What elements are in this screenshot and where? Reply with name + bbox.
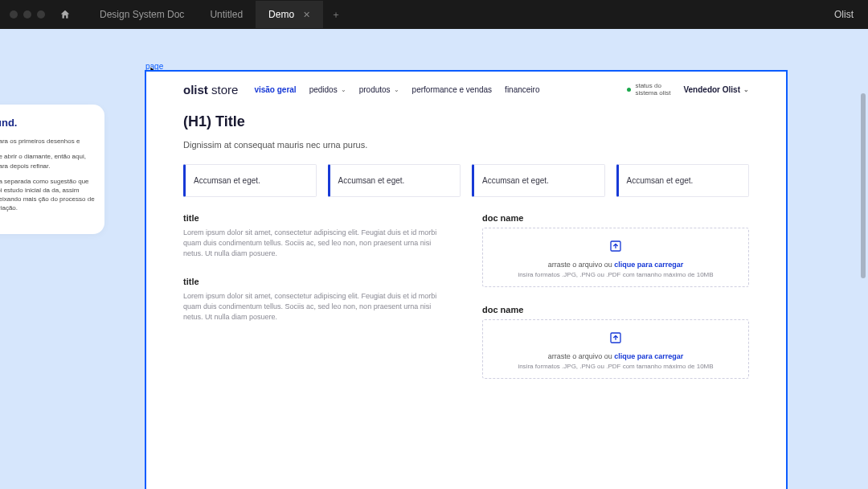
window-controls[interactable] (10, 10, 45, 18)
logo-bold: olist (183, 83, 208, 97)
logo-thin: store (211, 83, 238, 97)
tab-demo[interactable]: Demo ✕ (256, 1, 323, 28)
side-note-card: und. para os primeiros desenhos e de abr… (0, 105, 104, 234)
system-status: status do sistema olist (627, 83, 670, 97)
upload-text: arraste o arquivo ou clique para carrega… (489, 352, 742, 360)
summary-card[interactable]: Accumsan et eget. (183, 164, 317, 197)
seller-dropdown[interactable]: Vendedor Olist ⌄ (683, 85, 749, 94)
upload-link[interactable]: clique para carregar (614, 352, 683, 360)
block-body: Lorem ipsum dolor sit amet, consectetur … (183, 228, 450, 259)
upload-hint: insira formatos .JPG, .PNG ou .PDF com t… (489, 271, 742, 278)
nav-finance[interactable]: financeiro (505, 85, 539, 94)
upload-link[interactable]: clique para carregar (614, 261, 683, 269)
traffic-close-icon[interactable] (10, 10, 18, 18)
app-bar: Design System Doc Untitled Demo ✕ ＋ Olis… (0, 0, 868, 29)
traffic-max-icon[interactable] (37, 10, 45, 18)
chevron-down-icon: ⌄ (743, 86, 749, 93)
right-column: doc name arraste o arquivo ou clique par… (482, 213, 749, 379)
upload-icon (609, 331, 622, 347)
nav-label: produtos (359, 85, 391, 94)
upload-text: arraste o arquivo ou clique para carrega… (489, 261, 742, 269)
chevron-down-icon: ⌄ (394, 86, 399, 93)
nav-label: pedidos (309, 85, 338, 94)
doc-name-label: doc name (482, 213, 749, 223)
scrollbar[interactable] (861, 93, 866, 335)
block-body: Lorem ipsum dolor sit amet, consectetur … (183, 291, 450, 323)
traffic-min-icon[interactable] (23, 10, 31, 18)
summary-card[interactable]: Accumsan et eget. (328, 164, 461, 197)
side-text: para os primeiros desenhos e (0, 137, 95, 146)
tab-label: Demo (268, 9, 294, 20)
scrollbar-thumb[interactable] (861, 93, 866, 278)
status-line: sistema olist (635, 90, 670, 97)
left-column: title Lorem ipsum dolor sit amet, consec… (183, 213, 450, 379)
nav-overview[interactable]: visão geral (254, 85, 296, 94)
tab-design-system[interactable]: Design System Doc (87, 1, 197, 28)
summary-card[interactable]: Accumsan et eget. (616, 164, 750, 197)
side-text: na separada como sugestão que foi estudo… (0, 177, 95, 213)
status-dot-icon (627, 88, 631, 92)
close-tab-icon[interactable]: ✕ (303, 10, 310, 19)
tab-bar: Design System Doc Untitled Demo ✕ ＋ (87, 1, 349, 28)
doc-name-label: doc name (482, 305, 749, 314)
page-subtitle: Dignissim at consequat mauris nec urna p… (183, 140, 749, 150)
upload-icon (609, 240, 622, 256)
side-text: de abrir o diamante, então aqui, para de… (0, 152, 95, 170)
tab-untitled[interactable]: Untitled (197, 1, 256, 28)
seller-label: Vendedor Olist (683, 85, 740, 94)
side-heading: und. (0, 116, 95, 130)
canvas[interactable]: und. para os primeiros desenhos e de abr… (0, 29, 868, 489)
upload-hint: insira formatos .JPG, .PNG ou .PDF com t… (489, 363, 742, 370)
upload-dropzone[interactable]: arraste o arquivo ou clique para carrega… (482, 228, 749, 287)
brand-label: Olist (834, 9, 858, 20)
top-nav: olist store visão geral pedidos ⌄ produt… (183, 72, 749, 105)
summary-card[interactable]: Accumsan et eget. (472, 164, 605, 197)
upload-dropzone[interactable]: arraste o arquivo ou clique para carrega… (482, 319, 749, 379)
block-title: title (183, 277, 450, 286)
nav-performance[interactable]: performance e vendas (412, 85, 493, 94)
nav-products[interactable]: produtos ⌄ (359, 85, 399, 94)
nav-orders[interactable]: pedidos ⌄ (309, 85, 346, 94)
chevron-down-icon: ⌄ (341, 86, 346, 93)
home-icon[interactable] (59, 9, 71, 20)
page-title: (H1) Title (183, 113, 749, 130)
summary-cards: Accumsan et eget. Accumsan et eget. Accu… (183, 164, 749, 197)
logo[interactable]: olist store (183, 83, 238, 97)
block-title: title (183, 213, 450, 223)
page-frame[interactable]: olist store visão geral pedidos ⌄ produt… (145, 70, 788, 489)
add-tab-button[interactable]: ＋ (323, 8, 349, 22)
